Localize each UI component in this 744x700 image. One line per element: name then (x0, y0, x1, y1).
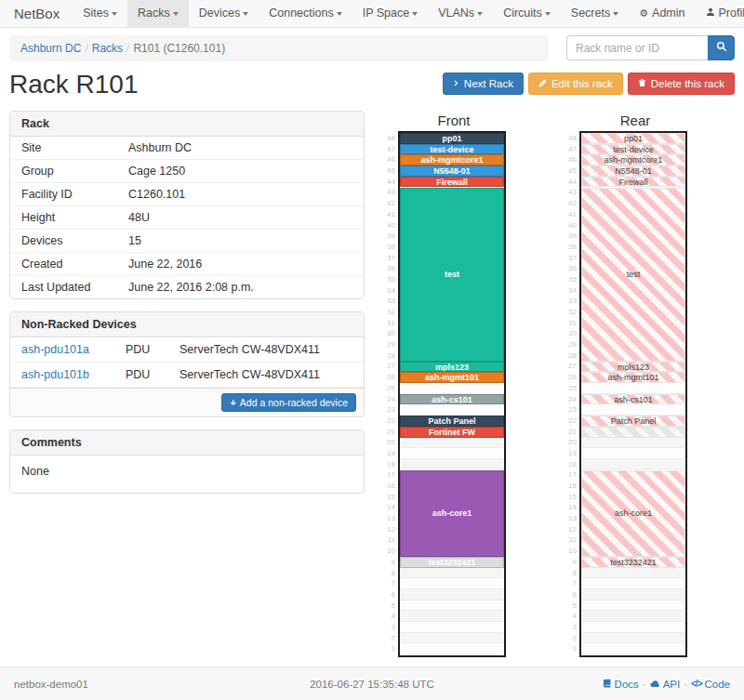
nav-item-devices[interactable]: Devices (189, 0, 259, 27)
nav-item-connections[interactable]: Connections (259, 0, 352, 27)
rack-unit-rear-7[interactable] (581, 578, 685, 589)
attr-value-last-updated: June 22, 2016 2:08 p.m. (128, 281, 254, 294)
nav-item-secrets[interactable]: Secrets (561, 0, 629, 27)
unit-number-23: 23 (385, 404, 398, 416)
rack-unit-rear-5[interactable] (581, 601, 685, 612)
device-front-ash-mgmtcore1[interactable]: ash-mgmtcore1 (400, 154, 504, 165)
attr-value-site[interactable]: Ashburn DC (128, 141, 192, 154)
api-link[interactable]: API (650, 679, 681, 690)
user-nav: ⚙ Admin Profile Log out (629, 0, 744, 27)
rack-unit-rear-20[interactable] (581, 437, 685, 448)
unit-number-4: 4 (566, 611, 579, 622)
front-unit-numbers: 4847464544434241403938373635343332313029… (385, 131, 398, 657)
rack-unit-rear-18[interactable] (581, 459, 685, 470)
device-front-pp01[interactable]: pp01 (400, 133, 504, 144)
unit-number-37: 37 (566, 253, 579, 264)
device-front-patch-panel[interactable]: Patch Panel (400, 416, 504, 427)
device-rear-ash-cs101[interactable]: ash-cs101 (581, 394, 685, 405)
device-rear-test[interactable]: test (581, 188, 685, 362)
unit-number-39: 39 (566, 231, 579, 242)
device-rear-patch-panel[interactable]: Patch Panel (581, 416, 685, 427)
netbox-brand[interactable]: NetBox (0, 0, 73, 27)
next-rack-button[interactable]: Next Rack (443, 73, 524, 95)
breadcrumb-site-link[interactable]: Ashburn DC (20, 42, 81, 55)
device-link-ash-pdu101a[interactable]: ash-pdu101a (21, 343, 126, 356)
unit-number-43: 43 (566, 187, 579, 198)
rack-unit-rear-19[interactable] (581, 448, 685, 459)
rack-unit-rear-8[interactable] (581, 568, 685, 579)
rack-unit-rear-2[interactable] (581, 633, 685, 644)
device-front-n5548-01[interactable]: N5548-01 (400, 165, 504, 177)
rack-unit-front-2[interactable] (400, 633, 504, 644)
device-front-mpls123[interactable]: mpls123 (400, 362, 504, 373)
rack-unit-rear-6[interactable] (581, 589, 685, 601)
device-front-firewall[interactable]: Firewall (400, 177, 504, 188)
search-input[interactable] (566, 35, 708, 60)
rack-unit-rear-4[interactable] (581, 611, 685, 622)
rack-unit-front-6[interactable] (400, 589, 504, 601)
chevron-down-icon (545, 12, 551, 16)
rack-unit-front-3[interactable] (400, 622, 504, 633)
nav-item-circuits[interactable]: Circuits (493, 0, 561, 27)
device-rear-fortinet-fw[interactable] (581, 427, 685, 438)
unit-number-5: 5 (566, 601, 579, 612)
rack-unit-rear-3[interactable] (581, 622, 685, 633)
rack-unit-front-19[interactable] (400, 448, 504, 459)
device-front-ash-core1[interactable]: ash-core1 (400, 470, 504, 558)
top-navbar: NetBox SitesRacksDevicesConnectionsIP Sp… (0, 0, 744, 28)
device-front-test[interactable]: test (400, 188, 504, 362)
delete-rack-label: Delete this rack (651, 78, 724, 89)
edit-rack-button[interactable]: Edit this rack (528, 73, 623, 95)
attr-value-group[interactable]: Cage 1250 (128, 165, 185, 178)
rack-unit-rear-1[interactable] (581, 643, 685, 654)
attr-value-devices[interactable]: 15 (128, 234, 141, 247)
unit-number-14: 14 (566, 502, 579, 513)
device-rear-ash-mgmtcore1[interactable]: ash-mgmtcore1 (581, 154, 685, 165)
device-front-test-device[interactable]: test-device (400, 144, 504, 155)
device-rear-mpls123[interactable]: mpls123 (581, 362, 685, 373)
nav-item-racks[interactable]: Racks (127, 0, 189, 27)
rack-unit-rear-25[interactable] (581, 383, 685, 394)
code-link[interactable]: </> Code (691, 679, 730, 690)
docs-link[interactable]: Docs (603, 679, 639, 690)
breadcrumb-racks-link[interactable]: Racks (92, 42, 123, 55)
unit-number-8: 8 (385, 568, 398, 579)
delete-rack-button[interactable]: Delete this rack (628, 73, 735, 95)
rack-unit-rear-23[interactable] (581, 404, 685, 416)
rack-unit-front-18[interactable] (400, 459, 504, 470)
nav-item-vlans[interactable]: VLANs (428, 0, 493, 27)
rack-unit-front-1[interactable] (400, 643, 504, 654)
nav-item-label: Secrets (571, 7, 610, 20)
rack-unit-front-5[interactable] (400, 601, 504, 612)
nonracked-device-row: ash-pdu101aPDUServerTech CW-48VDX411 (10, 337, 364, 363)
device-rear-firewall[interactable]: Firewall (581, 177, 685, 188)
device-rear-pp01[interactable]: pp01 (581, 133, 685, 144)
device-rear-ash-mgmt101[interactable]: ash-mgmt101 (581, 372, 685, 383)
search-button[interactable] (708, 35, 735, 60)
rack-unit-front-23[interactable] (400, 404, 504, 416)
next-rack-label: Next Rack (464, 78, 513, 89)
rack-attr-row: Height48U (10, 206, 364, 230)
rack-unit-front-20[interactable] (400, 437, 504, 448)
device-front-test3232421[interactable]: test3232421 (400, 557, 504, 568)
rack-unit-front-8[interactable] (400, 568, 504, 579)
nav-admin[interactable]: ⚙ Admin (629, 0, 695, 27)
unit-number-1: 1 (566, 643, 579, 654)
rack-unit-front-4[interactable] (400, 611, 504, 622)
unit-number-6: 6 (566, 589, 579, 601)
nav-item-sites[interactable]: Sites (73, 0, 127, 27)
device-rear-n5548-01[interactable]: N5548-01 (581, 165, 685, 177)
device-front-fortinet-fw[interactable]: Fortinet FW (400, 427, 504, 438)
add-nonracked-device-button[interactable]: + Add a non-racked device (221, 393, 356, 412)
rack-panel-title: Rack (10, 112, 364, 137)
device-rear-test-device[interactable]: test-device (581, 144, 685, 155)
nav-profile[interactable]: Profile (696, 0, 744, 27)
device-front-ash-cs101[interactable]: ash-cs101 (400, 394, 504, 405)
device-rear-test3232421[interactable]: test3232421 (581, 557, 685, 568)
rack-unit-front-25[interactable] (400, 383, 504, 394)
rack-unit-front-7[interactable] (400, 578, 504, 589)
device-rear-ash-core1[interactable]: ash-core1 (581, 470, 685, 558)
device-link-ash-pdu101b[interactable]: ash-pdu101b (21, 368, 126, 381)
device-front-ash-mgmt101[interactable]: ash-mgmt101 (400, 372, 504, 383)
nav-item-ip-space[interactable]: IP Space (352, 0, 429, 27)
